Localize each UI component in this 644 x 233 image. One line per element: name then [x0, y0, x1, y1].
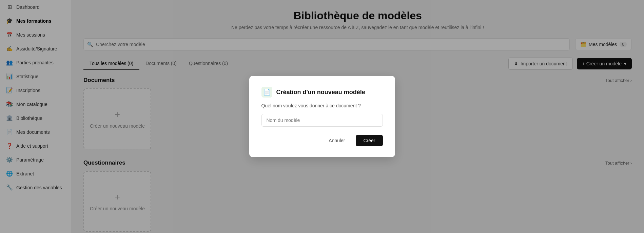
modal-doc-icon: 📄 [261, 87, 272, 98]
modal-overlay[interactable]: 📄 Création d'un nouveau modèle Quel nom … [0, 0, 644, 233]
modal-question: Quel nom voulez vous donner à ce documen… [261, 103, 383, 108]
modal-title: Création d'un nouveau modèle [276, 89, 365, 96]
creation-modal: 📄 Création d'un nouveau modèle Quel nom … [249, 76, 395, 157]
model-name-input[interactable] [261, 114, 383, 127]
modal-actions: Annuler Créer [261, 135, 383, 146]
creer-button[interactable]: Créer [356, 135, 383, 146]
modal-header: 📄 Création d'un nouveau modèle [261, 87, 383, 98]
annuler-button[interactable]: Annuler [322, 135, 352, 146]
